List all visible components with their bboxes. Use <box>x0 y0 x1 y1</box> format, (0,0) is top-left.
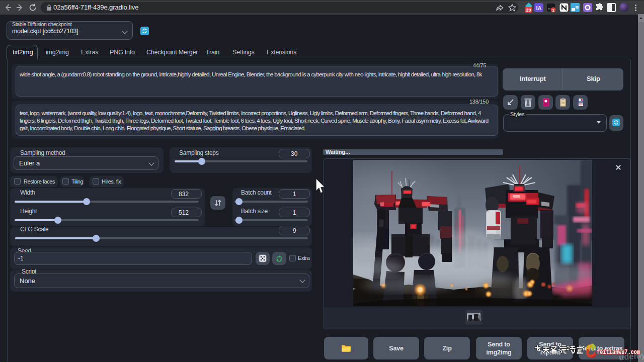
svg-text:1: 1 <box>552 8 554 13</box>
svg-text:20: 20 <box>526 8 531 13</box>
svg-text:IA: IA <box>536 5 542 11</box>
